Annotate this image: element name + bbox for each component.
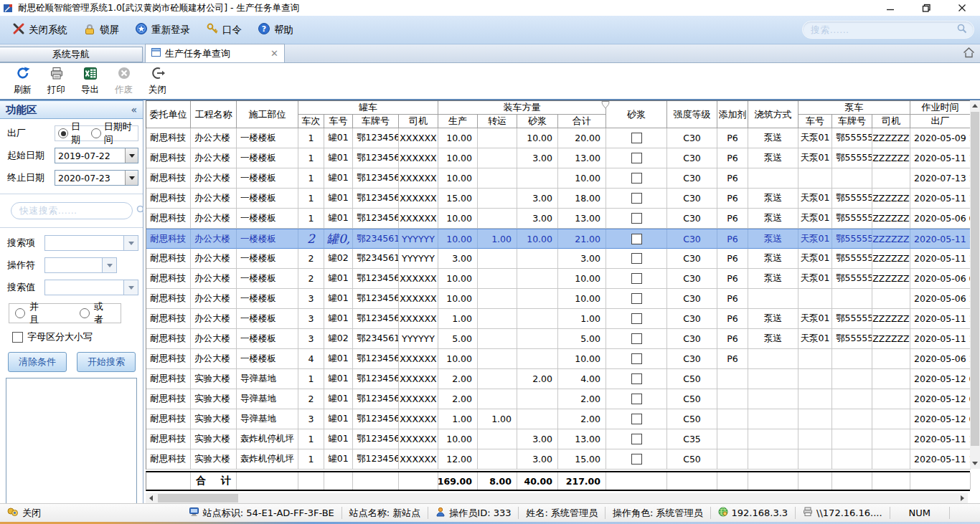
column-header[interactable]: 添加剂 [717,101,748,128]
column-header[interactable]: 车牌号 [832,115,872,128]
close-button[interactable] [944,0,980,16]
mortar-checkbox[interactable] [631,133,642,143]
column-header[interactable]: 车号 [324,115,353,128]
start-search-button[interactable]: 开始搜索 [77,352,136,372]
table-row[interactable]: 耐思科技实验大楼导弹基地3罐01鄂123456XXXXXX1.001.002.0… [146,409,970,429]
menu-close-system[interactable]: 关闭系统 [4,19,75,41]
dropdown-icon[interactable] [123,280,138,295]
column-header[interactable]: 合计 [558,115,606,128]
table-row[interactable]: 耐思科技办公大楼一楼楼板2罐01鄂123456XXXXXX10.0010.00C… [146,269,970,289]
column-header[interactable]: 出厂 [910,115,971,128]
mortar-checkbox[interactable] [631,333,642,344]
mortar-checkbox[interactable] [631,414,642,424]
table-row[interactable]: 耐思科技办公大楼一楼楼板2罐0,鄂234561YYYYYY10.001.0010… [146,229,970,249]
mortar-checkbox[interactable] [631,234,642,244]
table-row[interactable]: 耐思科技办公大楼一楼楼板3罐01鄂123456XXXXXX10.0010.00C… [146,289,970,309]
table-row[interactable]: 耐思科技办公大楼一楼楼板1罐01鄂123456XXXXXX15.003.0018… [146,189,970,209]
table-row[interactable]: 耐思科技实验大楼导弹基地2罐01鄂123456XXXXXX2.002.00C50… [146,389,970,409]
search-value-combo[interactable] [44,280,138,295]
restore-button[interactable] [908,0,944,16]
column-header[interactable]: 司机 [399,115,438,128]
column-header[interactable]: 作业时间 [910,101,971,115]
scroll-down-button[interactable] [970,458,980,469]
print-button[interactable]: 打印 [39,65,73,97]
mortar-checkbox[interactable] [631,153,642,163]
radio-or[interactable] [80,308,90,318]
column-header[interactable]: 强度等级 [667,101,717,128]
table-row[interactable]: 耐思科技办公大楼一楼楼板3罐01鄂123456XXXXXX1.001.00C30… [146,309,970,329]
horizontal-scroll-thumb[interactable] [158,494,238,502]
tab-close-icon[interactable]: ✕ [270,48,278,59]
mortar-checkbox[interactable] [631,293,642,304]
column-header[interactable]: 罐车 [298,101,438,115]
column-header[interactable]: 浇筑方式 [748,101,798,128]
clear-conditions-button[interactable]: 清除条件 [8,352,67,372]
collapse-panel-button[interactable]: « [131,104,137,115]
radio-datetime[interactable] [91,128,101,138]
column-filter-marker[interactable] [601,100,610,111]
column-header[interactable]: 生产 [438,115,478,128]
radio-date[interactable] [58,128,68,138]
mortar-checkbox[interactable] [631,353,642,364]
end-date-combo[interactable]: 2020-07-23 [55,170,138,186]
table-row[interactable]: 耐思科技实验大楼导弹基地1罐01鄂123456XXXXXX2.002.004.0… [146,369,970,389]
start-date-dropdown-icon[interactable] [125,148,138,163]
scroll-right-button[interactable] [957,493,968,503]
status-close[interactable]: 关闭 [0,507,48,519]
tab-system-navigation[interactable]: 系统导航 [0,47,143,62]
table-row[interactable]: 耐思科技办公大楼一楼楼板1罐01鄂123456XXXXXX10.003.0013… [146,148,970,168]
minimize-button[interactable] [872,0,908,16]
mortar-checkbox[interactable] [631,193,642,204]
case-sensitive-checkbox[interactable] [12,332,23,343]
mortar-checkbox[interactable] [631,213,642,224]
close-tab-button[interactable]: 关闭 [141,65,174,97]
table-row[interactable]: 耐思科技办公大楼一楼楼板1罐01鄂123456XXXXXX10.0010.00C… [146,168,970,189]
tab-production-task-query[interactable]: 生产任务单查询 ✕ [145,44,285,62]
mortar-checkbox[interactable] [631,454,642,465]
column-header[interactable]: 装车方量 [438,101,606,115]
table-row[interactable]: 耐思科技办公大楼一楼楼板1罐01鄂123456XXXXXX10.003.0013… [146,209,970,229]
menu-help[interactable]: ? 帮助 [250,19,301,41]
menu-relogin[interactable]: 重新登录 [127,19,198,41]
column-header[interactable]: 车号 [798,115,832,128]
column-header[interactable]: 泵车 [798,101,910,115]
global-search-input[interactable] [809,24,957,36]
void-button[interactable]: 作废 [107,65,141,97]
operator-combo[interactable] [44,257,117,273]
column-header[interactable]: 砂浆 [517,115,558,128]
table-row[interactable]: 耐思科技办公大楼一楼楼板4罐01鄂123456XXXXXX10.0010.00C… [146,349,970,369]
vertical-scrollbar[interactable] [970,100,980,469]
export-button[interactable]: 导出 [73,65,107,97]
column-header[interactable]: 车牌号 [353,115,399,128]
menu-lock-screen[interactable]: 锁屏 [75,19,127,41]
table-row[interactable]: 耐思科技办公大楼一楼楼板3罐02鄂234561YYYYYY5.005.00C30… [146,329,970,349]
column-header[interactable]: 转运 [478,115,517,128]
search-item-combo[interactable] [44,235,138,251]
scroll-left-button[interactable] [146,493,156,503]
dropdown-icon[interactable] [102,258,116,272]
dropdown-icon[interactable] [123,236,138,250]
mortar-checkbox[interactable] [631,373,642,384]
end-date-dropdown-icon[interactable] [125,171,138,185]
refresh-button[interactable]: 刷新 [6,65,39,97]
quick-search-input[interactable] [18,205,136,216]
scroll-up-button[interactable] [970,100,980,111]
mortar-checkbox[interactable] [631,394,642,404]
vertical-scroll-thumb[interactable] [971,112,979,446]
start-date-combo[interactable]: 2019-07-22 [55,148,138,163]
mortar-checkbox[interactable] [631,253,642,264]
mortar-checkbox[interactable] [631,313,642,324]
menu-password[interactable]: 口令 [198,19,250,41]
horizontal-scrollbar[interactable] [146,493,968,503]
radio-and[interactable] [15,308,25,318]
table-row[interactable]: 耐思科技实验大楼轰炸机停机坪1罐01鄂123456XXXXXX12.003.00… [146,449,970,470]
mortar-checkbox[interactable] [631,273,642,284]
table-row[interactable]: 耐思科技办公大楼一楼楼板1罐01鄂123456XXXXXX10.0010.002… [146,128,970,148]
column-header[interactable]: 工程名称 [191,101,237,128]
column-header[interactable]: 委托单位 [146,101,191,128]
conditions-listbox[interactable] [6,378,137,524]
mortar-checkbox[interactable] [631,173,642,184]
column-header[interactable]: 砂浆 [606,101,667,128]
table-row[interactable]: 耐思科技办公大楼一楼楼板2罐02鄂234561YYYYYY3.003.00C30… [146,249,970,269]
column-header[interactable]: 司机 [872,115,910,128]
